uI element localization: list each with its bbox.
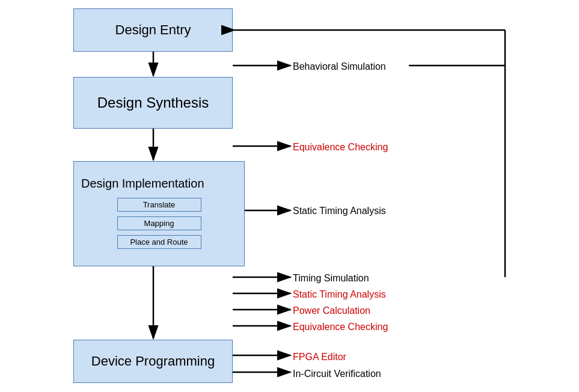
behavioral-simulation-label: Behavioral Simulation bbox=[293, 61, 386, 72]
device-programming-label: Device Programming bbox=[91, 354, 215, 369]
design-implementation-label: Design Implementation bbox=[81, 177, 204, 191]
design-synthesis-box: Design Synthesis bbox=[73, 77, 233, 129]
equivalence-checking-2-label: Equivalence Checking bbox=[293, 322, 388, 332]
design-entry-box: Design Entry bbox=[73, 8, 233, 52]
design-synthesis-label: Design Synthesis bbox=[97, 94, 209, 111]
translate-box: Translate bbox=[117, 198, 201, 212]
equivalence-checking-1-label: Equivalence Checking bbox=[293, 142, 388, 153]
static-timing-analysis-2-label: Static Timing Analysis bbox=[293, 289, 386, 300]
design-entry-label: Design Entry bbox=[115, 22, 191, 38]
device-programming-box: Device Programming bbox=[73, 340, 233, 383]
place-and-route-box: Place and Route bbox=[117, 235, 201, 249]
fpga-editor-label: FPGA Editor bbox=[293, 352, 346, 363]
timing-simulation-label: Timing Simulation bbox=[293, 273, 369, 284]
design-implementation-box: Design Implementation Translate Mapping … bbox=[73, 161, 245, 266]
in-circuit-verification-label: In-Circuit Verification bbox=[293, 369, 381, 379]
diagram: Design Entry Design Synthesis Design Imp… bbox=[0, 0, 579, 392]
mapping-box: Mapping bbox=[117, 216, 201, 230]
power-calculation-label: Power Calculation bbox=[293, 305, 370, 316]
static-timing-analysis-1-label: Static Timing Analysis bbox=[293, 206, 386, 216]
